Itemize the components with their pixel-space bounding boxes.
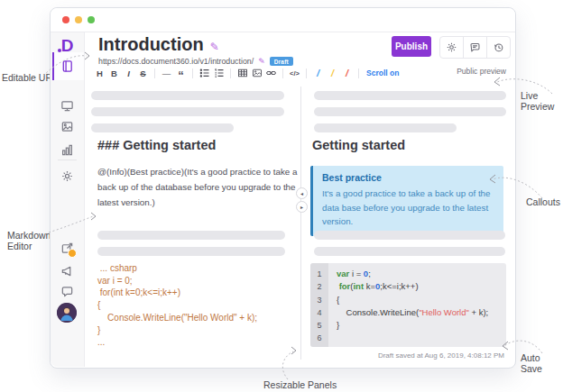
yellow-pen-button[interactable]: / [327,67,338,79]
preview-code-block: 123456 var i = 0; for(int k=0;k<=i;k++){… [310,263,506,347]
scroll-on-toggle[interactable]: Scroll on [366,68,399,77]
horizontal-rule-button[interactable]: — [161,67,172,79]
placeholder-bar [91,123,234,132]
editor-heading: ### Getting started [97,138,216,152]
unordered-list-button[interactable] [198,67,210,79]
code-line [337,332,488,344]
sidebar-item-settings[interactable] [51,166,84,186]
gear-icon [60,169,74,183]
sidebar-divider [58,160,77,160]
megaphone-icon [60,264,74,278]
placeholder-bar [91,91,284,100]
toolbar-separator [282,68,283,78]
placeholder-bar [97,247,285,256]
code-lines: var i = 0; for(int k=0;k<=i;k++){ Consol… [328,263,488,347]
code-line: ... csharp [97,262,257,275]
sidebar-item-feedback[interactable] [51,281,84,301]
code-block-button[interactable]: </> [289,67,300,79]
heading-button[interactable]: H [94,67,106,79]
bold-button[interactable]: B [108,67,120,79]
settings-button[interactable] [440,37,463,58]
sidebar-item-announcements[interactable] [51,260,84,280]
code-line: Console.WriteLine("Hello World" + k); [97,312,257,324]
insert-image-button[interactable] [251,67,263,79]
blockquote-button[interactable]: “ [175,64,187,82]
public-preview-label[interactable]: Public preview [457,67,506,76]
callout-body: It's a good practice to take a back up o… [322,187,494,229]
code-line: { [97,299,257,312]
window-titlebar [51,8,515,32]
sidebar-item-documentation[interactable] [51,56,84,76]
toolbar-separator [230,68,231,78]
maximize-window-button[interactable] [88,16,95,23]
draft-status-badge: Draft [270,57,293,66]
minimize-window-button[interactable] [75,16,82,23]
page-title-text: Introduction [98,34,204,54]
table-icon [237,68,248,78]
best-practice-callout: Best practice It's a good practice to ta… [310,166,503,236]
sidebar-item-desktop[interactable] [51,96,84,115]
live-preview-pane: Getting started Best practice It's a goo… [301,87,515,360]
edit-title-pencil-icon[interactable]: ✎ [210,41,219,53]
collapse-left-button[interactable]: ◂ [296,187,308,199]
markdown-editor-pane[interactable]: ### Getting started @(Info)(Best practic… [85,87,301,360]
numbered-list-icon [214,68,225,78]
annotation-callouts: Callouts [526,196,560,207]
comments-button[interactable] [463,37,486,58]
sidebar-item-open-site[interactable] [51,238,84,258]
code-line: } [337,319,488,332]
page: Editable URL Markdown Editor Live Previe… [0,0,563,392]
annotation-resizable-panels: Resizable Panels [263,379,337,390]
header-icon-group [439,36,511,59]
code-line: var i = 0; [337,268,488,280]
annotation-live-preview: Live Preview [521,90,563,112]
history-button[interactable] [486,37,510,58]
blue-pen-button[interactable]: / [312,67,324,79]
line-number: 1 [310,268,328,280]
italic-button[interactable]: I [123,67,134,79]
close-window-button[interactable] [62,16,69,23]
sidebar-item-media[interactable] [51,116,84,136]
line-number: 4 [310,306,328,319]
red-pen-button[interactable]: / [341,67,353,79]
bullet-list-icon [199,68,210,78]
collapse-right-button[interactable]: ▸ [296,201,308,213]
desktop-icon [60,99,74,113]
insert-table-button[interactable] [236,67,248,79]
code-line: { [337,294,488,306]
gear-icon [446,41,457,53]
app-window: D [50,7,516,369]
placeholder-bar [314,107,506,116]
code-line: for(int k=0;k<=i;k++) [97,287,257,299]
feedback-bubble-icon [60,285,74,298]
autosave-status: Draft saved at Aug 6, 2019, 4:08:12 PM [378,351,504,360]
editor-code-block: ... csharpvar i = 0; for(int k=0;k<=i;k+… [97,262,257,349]
edit-url-pencil-icon[interactable]: ✎ [258,57,265,66]
toolbar-separator [306,68,307,78]
preview-heading: Getting started [312,138,405,152]
documentation-icon [60,59,74,73]
image-icon [60,120,74,133]
history-clock-icon [493,41,504,53]
bar-chart-icon [60,143,74,157]
code-line: var i = 0; [97,275,257,287]
publish-button[interactable]: Publish [392,36,431,57]
notification-badge [68,249,77,258]
line-number: 3 [310,294,328,306]
placeholder-bar [314,123,457,132]
image-icon [252,68,263,78]
placeholder-bar [97,231,285,240]
formatting-toolbar: H B I S — “ [94,66,399,80]
annotation-auto-save: Auto Save [521,352,563,374]
sidebar-item-analytics[interactable] [51,140,84,160]
link-icon [265,68,277,78]
code-line: } [97,324,257,337]
placeholder-bar [314,231,505,240]
ordered-list-button[interactable] [213,67,225,79]
strikethrough-button[interactable]: S [137,67,149,79]
code-line: ... [97,336,257,349]
insert-link-button[interactable] [265,67,277,79]
article-url-row: https://docs.document360.io/v1/introduct… [98,57,293,66]
toolbar-separator [192,68,193,78]
user-avatar[interactable] [57,303,77,323]
